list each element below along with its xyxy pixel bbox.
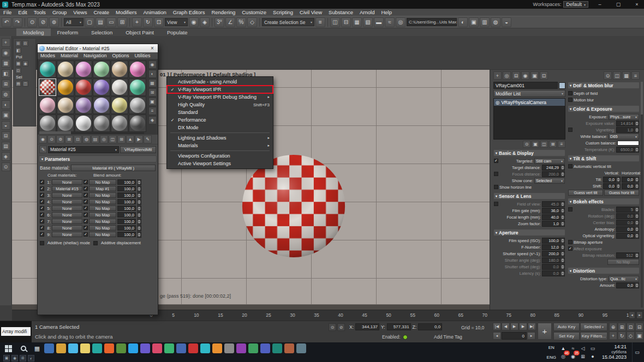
spinner[interactable]: [560, 251, 565, 257]
taskbar-mini-icon[interactable]: ▣: [3, 355, 10, 361]
taskbar-app-icon[interactable]: [212, 343, 222, 353]
context-menu-item[interactable]: ✓Performance: [167, 116, 273, 124]
display-tab-icon[interactable]: ▣: [530, 71, 539, 80]
material-slot-button[interactable]: None: [52, 179, 82, 185]
value-field[interactable]: 0,0: [603, 177, 616, 183]
left-toolbar-icon[interactable]: ◐: [2, 100, 10, 109]
spinner[interactable]: [560, 257, 565, 263]
map-slot-button[interactable]: No Map: [89, 219, 116, 224]
zoom-region-icon[interactable]: ⊟: [635, 323, 643, 331]
left-toolbar-icon[interactable]: ⊟: [2, 131, 10, 140]
material-slot-button[interactable]: None: [52, 212, 82, 218]
start-button[interactable]: [1, 343, 15, 354]
spinner[interactable]: [635, 282, 639, 288]
select-and-manipulate-icon[interactable]: ◈: [200, 17, 210, 27]
ribbon-tab-selection[interactable]: Selection: [85, 28, 119, 36]
go-to-parent-icon[interactable]: ▲: [126, 135, 134, 143]
bind-to-space-warp-icon[interactable]: ⊚: [49, 17, 59, 27]
select-and-move-icon[interactable]: +: [132, 17, 142, 27]
set-keys-button[interactable]: +: [538, 323, 552, 340]
material-id-icon[interactable]: ◎: [100, 135, 108, 143]
value-field[interactable]: 6500,0: [616, 147, 635, 153]
taskbar-app-icon[interactable]: [272, 343, 282, 353]
motion-tab-icon[interactable]: ◉: [521, 71, 529, 80]
taskbar-app-icon[interactable]: [104, 343, 114, 353]
left-toolbar-icon[interactable]: ◈: [2, 152, 10, 161]
left-toolbar-icon[interactable]: ◧: [2, 69, 10, 78]
modifier-list-dropdown[interactable]: Modifier List ▾: [493, 90, 565, 97]
rollout-header-dof-motion-blur[interactable]: ▾DoF & Motion blur: [568, 82, 640, 89]
spinner[interactable]: [137, 219, 141, 225]
x-coordinate-field[interactable]: 344,137: [355, 323, 379, 330]
left-toolbar-icon[interactable]: ◒: [2, 121, 10, 130]
rollout-header-aperture[interactable]: ▾Aperture: [493, 229, 565, 236]
map-slot-button[interactable]: No Map: [89, 179, 116, 185]
timeline-pan-icon[interactable]: ▸: [636, 311, 643, 319]
additive-displacement-checkbox[interactable]: [93, 241, 98, 245]
taskbar-app-icon[interactable]: [248, 343, 258, 353]
spinner[interactable]: [560, 244, 565, 250]
show-end-result-icon[interactable]: ⊞: [117, 135, 126, 143]
material-swatch[interactable]: [111, 79, 128, 96]
notification-center-icon[interactable]: ▭: [632, 342, 642, 362]
taskbar-app-icon[interactable]: [176, 343, 186, 353]
zoom-all-icon[interactable]: ⊞: [618, 323, 626, 331]
previous-key-icon[interactable]: ◀: [502, 323, 510, 330]
next-key-icon[interactable]: ▶: [519, 323, 527, 330]
tray-app-icon[interactable]: ◎46: [559, 353, 567, 360]
sample-slots-scrollbar[interactable]: [39, 131, 144, 134]
checkbox[interactable]: [568, 240, 573, 244]
ribbon-tab-modeling[interactable]: Modeling: [16, 28, 51, 36]
spinner[interactable]: [137, 192, 141, 198]
schematic-view-icon[interactable]: ◎: [396, 17, 406, 27]
material-swatch[interactable]: [39, 114, 56, 132]
previous-frame-icon[interactable]: ◂: [493, 332, 501, 340]
taskbar-app-icon[interactable]: [164, 343, 174, 353]
guess-tilt-button[interactable]: Guess vert tilt: [568, 190, 603, 196]
value-field[interactable]: 180,0: [542, 257, 560, 263]
material-swatch[interactable]: [93, 61, 110, 78]
menu-item[interactable]: Graph Editors: [170, 9, 208, 16]
ribbon-toggle-icon[interactable]: ▬: [374, 17, 384, 27]
pick-material-icon[interactable]: ✎: [39, 146, 47, 153]
scene-explorer-icon[interactable]: ▦: [352, 17, 362, 27]
taskbar-app-icon[interactable]: [116, 343, 126, 353]
spinner[interactable]: [137, 199, 141, 205]
context-menu-item[interactable]: Active Viewport Settings: [167, 160, 273, 167]
taskbar-app-icon[interactable]: [284, 343, 294, 353]
blend-amount-field[interactable]: 100,0: [117, 192, 136, 198]
coat-enable-checkbox[interactable]: ✓: [40, 219, 44, 224]
context-menu-item[interactable]: Materials▸: [167, 142, 273, 149]
menu-item[interactable]: Help: [378, 9, 395, 16]
window-crossing-icon[interactable]: ⊞: [117, 17, 127, 27]
z-coordinate-field[interactable]: 0,0: [418, 323, 442, 330]
tray-app-icon[interactable]: ⊞: [579, 353, 587, 360]
context-menu-item[interactable]: Standard: [167, 108, 273, 116]
value-field[interactable]: 0,0: [616, 226, 635, 232]
map-enable-checkbox[interactable]: ✓: [84, 213, 88, 217]
material-swatch[interactable]: [57, 96, 74, 114]
spinner[interactable]: [635, 147, 639, 153]
material-editor-menu-item[interactable]: Utilities: [132, 53, 153, 58]
blend-amount-field[interactable]: 100,0: [117, 186, 136, 191]
object-color-chip[interactable]: [559, 82, 565, 89]
material-swatch[interactable]: [57, 61, 74, 78]
material-swatch[interactable]: [111, 61, 128, 78]
dropdown[interactable]: Still cam▾: [534, 158, 565, 164]
ribbon-tab-populate[interactable]: Populate: [160, 28, 194, 36]
map-slot-button[interactable]: Map #1: [89, 186, 116, 191]
get-material-icon[interactable]: ◉: [39, 135, 47, 143]
minimize-button[interactable]: –: [593, 0, 607, 9]
checkbox[interactable]: [568, 164, 573, 168]
named-selection-sets-dropdown[interactable]: Create Selection Se▾: [262, 18, 314, 26]
y-coordinate-field[interactable]: 577,331: [387, 323, 411, 330]
spinner[interactable]: [137, 225, 141, 231]
close-button[interactable]: ×: [630, 0, 644, 9]
context-menu-item[interactable]: ActiveShade - using Arnold: [167, 78, 273, 86]
map-enable-checkbox[interactable]: ✓: [84, 186, 88, 191]
redo-icon[interactable]: ↷: [13, 17, 22, 27]
taskbar-app-icon[interactable]: [236, 343, 246, 353]
value-field[interactable]: 248,29: [542, 165, 560, 171]
material-swatch[interactable]: [75, 114, 92, 132]
map-slot-button[interactable]: No Map: [89, 206, 116, 211]
